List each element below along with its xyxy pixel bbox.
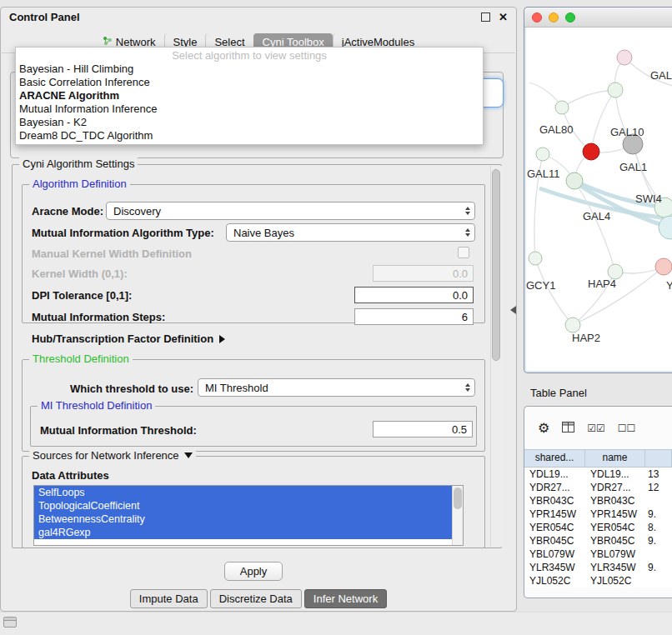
table-cell: YPR145W	[585, 508, 645, 520]
kernel-width-label: Kernel Width (0,1):	[32, 268, 128, 280]
table-row[interactable]: YBR043CYBR043C	[524, 494, 672, 508]
dropdown-option[interactable]: ARACNE Algorithm	[16, 89, 483, 102]
close-traffic-light[interactable]	[532, 12, 542, 22]
dropdown-option[interactable]: Basic Correlation Inference	[16, 76, 483, 89]
table-row[interactable]: YER054CYER054C8.	[524, 521, 672, 534]
which-threshold-value: MI Threshold	[205, 382, 268, 394]
table-cell: YDL19...	[524, 468, 585, 480]
table-cell: YDR27...	[585, 482, 645, 493]
table-cell: YDL19...	[585, 468, 645, 480]
apply-button[interactable]: Apply	[224, 562, 283, 581]
bottom-tab-infer-network[interactable]: Infer Network	[304, 589, 387, 608]
table-row[interactable]: YLR345WYLR345W9.	[524, 561, 672, 574]
aracne-mode-select[interactable]: Discovery	[106, 202, 475, 220]
node-label: HAP4	[588, 278, 616, 290]
column-header[interactable]: shared...	[524, 450, 585, 467]
minimize-traffic-light[interactable]	[549, 12, 559, 22]
network-node[interactable]	[608, 82, 623, 98]
table-row[interactable]: YPR145WYPR145W9.	[524, 508, 672, 521]
dropdown-option[interactable]: Bayesian - Hill Climbing	[16, 62, 483, 76]
dropdown-placeholder: Select algorithm to view settings	[16, 49, 483, 62]
node-label: Y	[666, 279, 672, 292]
panel-collapse-arrow[interactable]	[510, 306, 516, 314]
bottom-strip	[0, 612, 672, 635]
settings-scrollbar[interactable]	[490, 166, 502, 547]
network-edge[interactable]	[591, 90, 615, 152]
dropdown-option[interactable]: Dream8 DC_TDC Algorithm	[16, 129, 483, 142]
network-node[interactable]	[565, 318, 580, 332]
column-header[interactable]: name	[585, 450, 645, 467]
table-cell: YJL052C	[585, 575, 645, 587]
mi-steps-value: 6	[462, 311, 468, 323]
bottom-tab-impute-data[interactable]: Impute Data	[130, 589, 208, 608]
expanded-arrow-icon	[184, 452, 193, 458]
node-label: GAL1	[619, 161, 647, 173]
table-row[interactable]: YJL052CYJL052C	[524, 574, 672, 588]
settings-scrollbar-thumb[interactable]	[492, 169, 500, 361]
table-header-row: shared...name	[524, 449, 672, 468]
data-attributes-items: SelfLoopsTopologicalCoefficientBetweenne…	[34, 486, 463, 539]
list-item[interactable]: gal4RGexp	[34, 526, 453, 539]
table-panel-window: ⚙ ☑☑ ☐☐ shared...name YDL19...YDL19...13…	[524, 406, 672, 598]
aracne-mode-value: Discovery	[113, 205, 161, 218]
table-row[interactable]: YBL079WYBL079W	[524, 548, 672, 561]
dropdown-option[interactable]: Mutual Information Inference	[16, 102, 483, 116]
table-row[interactable]: YDR27...YDR27...12	[524, 481, 672, 494]
aracne-mode-label: Aracne Mode:	[32, 205, 103, 218]
network-node[interactable]	[655, 258, 672, 275]
dpi-tolerance-input[interactable]: 0.0	[354, 287, 474, 303]
node-label: GAL4	[583, 210, 610, 222]
control-panel-titlebar: Control Panel ✕	[1, 8, 516, 26]
collapsed-arrow-icon	[219, 335, 225, 343]
collapsed-panel-icon[interactable]	[3, 617, 17, 628]
table-row[interactable]: YDL19...YDL19...13	[524, 468, 672, 481]
dpi-tolerance-label: DPI Tolerance [0,1]:	[32, 289, 132, 302]
network-node[interactable]	[536, 148, 549, 161]
table-cell: YJL052C	[524, 575, 585, 587]
table-cell: 13	[645, 468, 672, 480]
close-icon[interactable]: ✕	[499, 12, 508, 22]
network-node[interactable]	[566, 172, 583, 189]
columns-icon[interactable]	[562, 422, 574, 435]
kernel-width-input[interactable]: 0.0	[373, 265, 474, 282]
list-scrollbar[interactable]	[452, 486, 463, 545]
mi-steps-input[interactable]: 6	[354, 308, 474, 325]
bottom-tab-discretize-data[interactable]: Discretize Data	[210, 589, 302, 608]
screen: Control Panel ✕ NetworkStyleSelectCyni T…	[0, 0, 672, 635]
column-header[interactable]	[645, 450, 672, 467]
list-item[interactable]: BetweennessCentrality	[34, 512, 453, 526]
mi-algorithm-type-select[interactable]: Naive Bayes	[226, 223, 475, 242]
mi-threshold-value: 0.5	[452, 423, 467, 436]
table-row[interactable]: YBR045CYBR045C9.	[524, 534, 672, 548]
network-canvas[interactable]: GAL8GAL80GAL10GAL11GAL1SWI4GAL4GCY1HAP4H…	[526, 28, 672, 371]
list-item[interactable]: TopologicalCoefficient	[34, 499, 453, 512]
mi-threshold-definition-legend: MI Threshold Definition	[38, 399, 155, 412]
node-label: GCY1	[526, 279, 555, 292]
list-item[interactable]: SelfLoops	[34, 486, 453, 499]
table-cell: YLR345W	[585, 562, 645, 573]
deselect-all-icon[interactable]: ☐☐	[618, 423, 636, 433]
network-edge[interactable]	[562, 90, 615, 108]
manual-kernel-width-checkbox[interactable]	[458, 247, 469, 258]
table-cell: YDR27...	[524, 482, 585, 493]
mi-algorithm-type-label: Mutual Information Algorithm Type:	[32, 227, 214, 239]
table-panel-title: Table Panel	[530, 387, 587, 399]
dropdown-option[interactable]: Bayesian - K2	[16, 116, 483, 129]
table-cell: 9.	[645, 535, 672, 547]
network-node[interactable]	[555, 101, 569, 114]
gear-icon[interactable]: ⚙	[538, 422, 549, 435]
network-node[interactable]	[529, 252, 542, 265]
zoom-traffic-light[interactable]	[565, 12, 575, 22]
table-cell: YBL079W	[585, 548, 645, 560]
network-node[interactable]	[583, 143, 599, 160]
network-edge[interactable]	[535, 258, 573, 325]
list-scrollbar-thumb[interactable]	[454, 488, 462, 509]
select-all-icon[interactable]: ☑☑	[587, 423, 605, 433]
float-window-icon[interactable]	[481, 12, 490, 22]
which-threshold-select[interactable]: MI Threshold	[198, 378, 475, 397]
sources-legend[interactable]: Sources for Network Inference	[29, 449, 196, 462]
network-node[interactable]	[617, 50, 632, 65]
hub-transcription-factor-section[interactable]: Hub/Transcription Factor Definition	[32, 332, 225, 345]
data-attributes-label: Data Attributes	[32, 469, 109, 482]
mi-threshold-input[interactable]: 0.5	[373, 421, 473, 438]
